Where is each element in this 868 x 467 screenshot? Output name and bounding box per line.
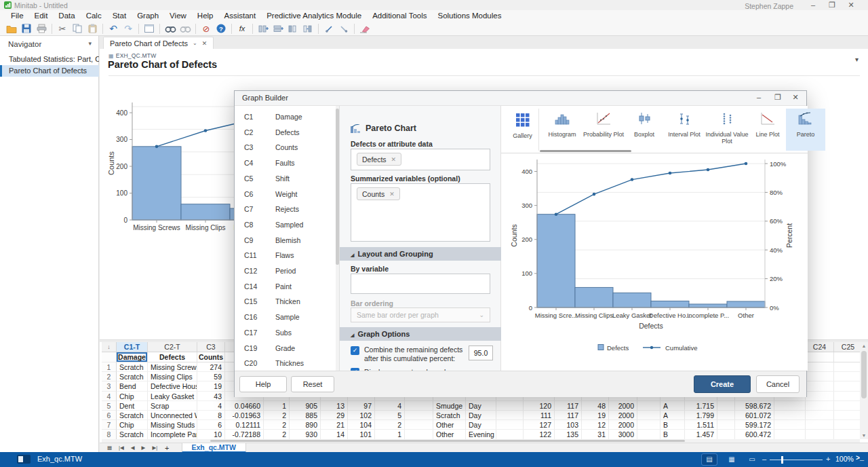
cell-c25-r5[interactable] xyxy=(834,401,860,411)
menu-view[interactable]: View xyxy=(164,10,192,22)
cell-c12-r8[interactable]: Evening xyxy=(466,430,496,439)
cell-c18-r7[interactable] xyxy=(637,420,660,430)
cell-c2-t-r2[interactable]: Missing Clips xyxy=(148,372,197,381)
cell-c19-r5[interactable]: A xyxy=(660,401,685,411)
menu-stat[interactable]: Stat xyxy=(107,10,132,22)
restore-button[interactable]: ❐ xyxy=(826,1,838,10)
col-name-c2-t[interactable]: Defects xyxy=(148,352,197,362)
cell-c1-t-r3[interactable]: Bend xyxy=(117,381,148,391)
menu-assistant[interactable]: Assistant xyxy=(218,10,261,22)
cell-c3-r5[interactable]: 4 xyxy=(197,401,225,411)
cell-c3-r3[interactable]: 19 xyxy=(197,381,225,391)
section-layout-and-grouping[interactable]: ◢Layout and Grouping xyxy=(340,247,501,261)
cell-c14-r7[interactable]: 127 xyxy=(524,420,555,430)
menu-solutions-modules[interactable]: Solutions Modules xyxy=(432,10,507,22)
cell-c21-r8[interactable] xyxy=(717,430,735,439)
cell-c8-r7[interactable]: 104 xyxy=(348,420,375,430)
cell-c4-r5[interactable]: 0.04660 xyxy=(225,401,264,411)
cell-c8-r6[interactable]: 102 xyxy=(348,411,375,420)
cell-c9-r6[interactable]: 5 xyxy=(375,411,405,420)
cell-c24-r2[interactable] xyxy=(806,372,834,381)
cell-c3-r2[interactable]: 59 xyxy=(197,372,225,381)
cell-c25-r6[interactable] xyxy=(834,411,860,420)
cell-c12-r5[interactable]: Day xyxy=(466,401,496,411)
cell-c18-r5[interactable] xyxy=(637,401,660,411)
column-item-thicknes[interactable]: C20Thicknes xyxy=(235,356,336,371)
save-file-icon[interactable] xyxy=(20,22,33,35)
sheet-list-icon[interactable]: ▦ xyxy=(107,445,112,451)
cell-c20-r6[interactable]: 1.799 xyxy=(685,411,717,420)
cell-c2-t-r7[interactable]: Missing Studs xyxy=(148,420,197,430)
cell-c1-t-r5[interactable]: Dent xyxy=(117,401,148,411)
column-item-paint[interactable]: C14Paint xyxy=(235,279,336,295)
cell-c14-r6[interactable]: 111 xyxy=(524,411,555,420)
row-number[interactable]: 1 xyxy=(102,362,117,372)
cell-c16-r8[interactable]: 31 xyxy=(582,430,609,439)
new-window-icon[interactable] xyxy=(142,22,156,35)
zoom-out-icon[interactable]: – xyxy=(762,455,766,463)
cell-c2-t-r5[interactable]: Scrap xyxy=(148,401,197,411)
cell-c15-r6[interactable]: 117 xyxy=(555,411,582,420)
reset-button[interactable]: Reset xyxy=(291,376,334,392)
cell-c10-r7[interactable] xyxy=(405,420,433,430)
help-icon[interactable]: ? xyxy=(214,22,228,35)
cell-c6-r6[interactable]: 885 xyxy=(290,411,321,420)
zoom-in-icon[interactable]: + xyxy=(826,455,830,463)
cell-c10-r5[interactable] xyxy=(405,401,433,411)
menu-data[interactable]: Data xyxy=(53,10,80,22)
cell-c15-r5[interactable]: 117 xyxy=(555,401,582,411)
cell-c25-r2[interactable] xyxy=(834,372,860,381)
vertical-scroll-thumb[interactable] xyxy=(861,351,867,398)
cell-c13-r6[interactable] xyxy=(496,411,524,420)
signed-in-user[interactable]: Stephen Zappe xyxy=(745,2,793,10)
cell-c23-r6[interactable] xyxy=(774,411,806,420)
column-item-counts[interactable]: C3Counts xyxy=(235,140,336,155)
cell-c23-r7[interactable] xyxy=(774,420,806,430)
worksheet-vertical-scrollbar[interactable]: ▲ ▼ xyxy=(860,342,868,439)
cell-c20-r7[interactable]: 1.511 xyxy=(685,420,717,430)
cell-c22-r5[interactable]: 598.672 xyxy=(735,401,774,411)
copy-icon[interactable] xyxy=(71,22,84,35)
cell-c1-t-r4[interactable]: Chip xyxy=(117,392,148,401)
cell-c2-t-r3[interactable]: Defective Housi xyxy=(148,381,197,391)
cell-c24-r5[interactable] xyxy=(806,401,834,411)
cell-c23-r8[interactable] xyxy=(774,430,806,439)
row-number[interactable]: 3 xyxy=(102,381,117,391)
cell-c24-r7[interactable] xyxy=(806,420,834,430)
column-item-flaws[interactable]: C11Flaws xyxy=(235,248,336,263)
cell-c9-r5[interactable]: 4 xyxy=(375,401,405,411)
menu-additional-tools[interactable]: Additional Tools xyxy=(367,10,432,22)
prev-sheet-icon[interactable]: ◀ xyxy=(131,445,135,451)
cell-c3-r6[interactable]: 8 xyxy=(197,411,225,420)
create-button[interactable]: Create xyxy=(694,375,751,393)
cell-c1-t-r1[interactable]: Scratch xyxy=(117,362,148,372)
find-next-icon[interactable] xyxy=(178,22,192,35)
defects-chip[interactable]: Defects✕ xyxy=(357,153,401,166)
cell-c7-r8[interactable]: 14 xyxy=(321,430,348,439)
cell-c24-r6[interactable] xyxy=(806,411,834,420)
brush-icon[interactable] xyxy=(337,22,351,35)
gallery-item-probability-plot[interactable]: Probability Plot xyxy=(583,109,625,151)
menu-calc[interactable]: Calc xyxy=(81,10,107,22)
col-header-c24[interactable]: C24 xyxy=(806,342,834,352)
col-header-c25[interactable]: C25 xyxy=(834,342,860,352)
cell-c2-t-r8[interactable]: Incomplete Part xyxy=(148,430,197,439)
cell-c6-r5[interactable]: 905 xyxy=(290,401,321,411)
cell-c3-r7[interactable]: 6 xyxy=(197,420,225,430)
cell-c2-t-r1[interactable]: Missing Screws xyxy=(148,362,197,372)
cell-c19-r7[interactable]: B xyxy=(660,420,685,430)
cell-c17-r5[interactable]: 2000 xyxy=(609,401,637,411)
close-button[interactable]: ✕ xyxy=(845,1,857,10)
view-output-icon[interactable]: ▭ xyxy=(745,454,760,465)
column-item-sampled[interactable]: C8Sampled xyxy=(235,217,336,233)
cell-c22-r6[interactable]: 601.072 xyxy=(735,411,774,420)
tab-chevron-down-icon[interactable]: ⌄ xyxy=(193,40,197,46)
bar-ordering-dropdown[interactable]: Same bar order per graph ⌄ xyxy=(351,307,490,322)
cell-c5-r7[interactable]: 2 xyxy=(264,420,290,430)
cell-c14-r8[interactable]: 122 xyxy=(524,430,555,439)
cell-c5-r8[interactable]: 2 xyxy=(264,430,290,439)
cell-c10-r8[interactable] xyxy=(405,430,433,439)
cell-c1-t-r6[interactable]: Scratch xyxy=(117,411,148,420)
col-name-c25[interactable] xyxy=(834,352,860,362)
cell-c6-r8[interactable]: 930 xyxy=(290,430,321,439)
